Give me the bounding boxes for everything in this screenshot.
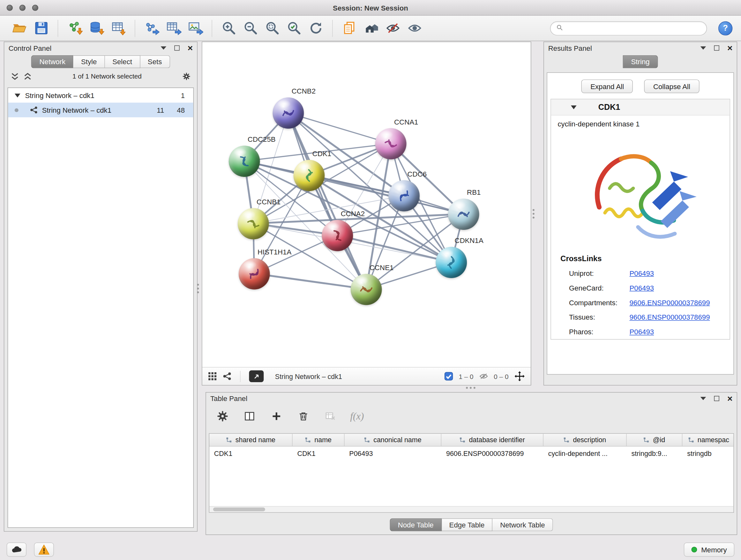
zoom-fit-button[interactable] [261,18,283,38]
crosslink-link[interactable]: 9606.ENSP00000378699 [630,313,710,321]
network-node-CCNE1[interactable]: CCNE1 [351,274,382,305]
expand-all-networks-icon[interactable] [23,72,31,80]
help-button[interactable]: ? [718,21,732,35]
tab-edge-table[interactable]: Edge Table [442,518,493,531]
table-cell[interactable]: cyclin-dependent ... [543,449,627,457]
horizontal-scrollbar[interactable] [209,506,733,512]
panel-float-icon[interactable] [714,396,719,401]
network-edge-CDK1-RB1[interactable] [309,175,463,214]
entry-disclosure-icon[interactable] [571,105,577,109]
open-session-button[interactable] [9,18,30,38]
network-edge-HIST1H1A-CCNE1[interactable] [254,273,366,289]
disclosure-triangle-icon[interactable] [15,94,20,98]
network-node-CDK1[interactable]: CDK1 [293,160,325,191]
column-header-database-identifier[interactable]: database identifier [441,434,543,446]
show-columns-icon[interactable] [243,409,257,423]
tab-node-table[interactable]: Node Table [390,518,442,531]
scrollbar-thumb[interactable] [213,508,265,511]
warnings-button[interactable] [34,543,54,557]
panel-float-icon[interactable] [174,45,179,51]
network-options-gear-icon[interactable] [183,72,191,80]
add-column-icon[interactable] [269,409,283,423]
table-settings-gear-icon[interactable] [215,409,229,423]
show-graphics-details-button[interactable] [404,18,425,38]
network-node-HIST1H1A[interactable]: HIST1H1A [239,258,270,290]
copy-network-button[interactable] [338,18,360,38]
zoom-selected-button[interactable] [283,18,305,38]
network-node-RB1[interactable]: RB1 [448,199,479,230]
network-node-CCNA2[interactable]: CCNA2 [322,220,353,251]
cloud-button[interactable] [7,543,26,557]
network-node-CCNB2[interactable]: CCNB2 [273,98,304,129]
table-cell[interactable]: stringdb [682,449,734,457]
refresh-view-button[interactable] [305,18,327,38]
tab-select[interactable]: Select [105,55,140,68]
close-window-button[interactable] [7,5,13,11]
import-table-from-file-button[interactable] [107,18,129,38]
column-header-shared-name[interactable]: shared name [209,434,293,446]
zoom-out-button[interactable] [240,18,261,38]
panel-menu-icon[interactable] [700,46,706,50]
memory-button[interactable]: Memory [684,543,735,557]
panel-menu-icon[interactable] [700,397,706,400]
pan-tool-icon[interactable] [514,371,525,381]
import-network-from-file-button[interactable] [64,18,85,38]
panel-close-icon[interactable]: × [727,45,732,51]
network-node-CCNB1[interactable]: CCNB1 [238,208,269,240]
network-row-selected[interactable]: String Network – cdk1 11 48 [8,103,193,117]
network-collection-row[interactable]: String Network – cdk1 1 [8,88,193,103]
zoom-window-button[interactable] [32,5,38,11]
network-edge-CCNB2-CCNA1[interactable] [288,113,391,144]
import-network-from-database-button[interactable] [85,18,107,38]
table-body-row[interactable]: CDK1CDK1P064939606.ENSP00000378699cyclin… [209,446,733,460]
collapse-all-button[interactable]: Collapse All [644,79,699,93]
crosslink-link[interactable]: P06493 [630,328,654,336]
horizontal-splitter[interactable] [466,387,475,389]
function-builder-button[interactable]: f(x) [350,410,364,422]
network-canvas[interactable]: CCNB2CCNA1CDC25BCDK1CDC6RB1CCNB1CCNA2CDK… [202,42,531,367]
column-header-namespac[interactable]: namespac [682,434,734,446]
table-cell[interactable]: CDK1 [293,449,345,457]
tab-string[interactable]: String [623,55,657,68]
table-cell[interactable]: CDK1 [209,449,293,457]
panel-float-icon[interactable] [714,45,719,51]
table-cell[interactable]: P06493 [345,449,442,457]
network-node-CCNA1[interactable]: CCNA1 [375,128,407,159]
vertical-splitter-left[interactable] [197,284,199,294]
network-share-icon[interactable] [222,372,231,381]
delete-column-icon[interactable] [296,409,311,423]
export-network-button[interactable] [141,18,162,38]
birdseye-view-button[interactable] [249,370,264,382]
column-header-name[interactable]: name [293,434,345,446]
expand-all-button[interactable]: Expand All [582,79,633,93]
crosslink-link[interactable]: 9606.ENSP00000378699 [630,299,710,307]
vertical-splitter-right[interactable] [533,209,535,219]
minimize-window-button[interactable] [19,5,25,11]
column-header-description[interactable]: description [543,434,627,446]
search-box[interactable] [550,21,707,35]
tab-sets[interactable]: Sets [140,55,170,68]
table-cell[interactable]: stringdb:9... [627,449,683,457]
panel-menu-icon[interactable] [160,46,166,50]
column-header--id[interactable]: @id [627,434,683,446]
zoom-in-button[interactable] [218,18,240,38]
save-session-button[interactable] [30,18,52,38]
crosslink-link[interactable]: P06493 [630,284,654,292]
table-cell[interactable]: 9606.ENSP00000378699 [441,449,543,457]
export-table-button[interactable] [162,18,184,38]
network-node-CDKN1A[interactable]: CDKN1A [435,247,467,278]
panel-close-icon[interactable]: × [188,45,193,51]
crosslink-link[interactable]: P06493 [630,269,654,277]
network-node-CDC6[interactable]: CDC6 [388,180,420,211]
collapse-all-networks-icon[interactable] [11,72,19,80]
export-image-button[interactable] [185,18,206,38]
hide-annotations-button[interactable] [382,18,404,38]
search-input[interactable] [567,24,701,32]
column-header-canonical-name[interactable]: canonical name [345,434,442,446]
grid-view-icon[interactable] [208,372,217,381]
tab-style[interactable]: Style [73,55,105,68]
network-node-CDC25B[interactable]: CDC25B [229,145,260,177]
home-view-button[interactable] [360,18,382,38]
tab-network-table[interactable]: Network Table [493,518,553,531]
tab-network[interactable]: Network [31,55,73,68]
